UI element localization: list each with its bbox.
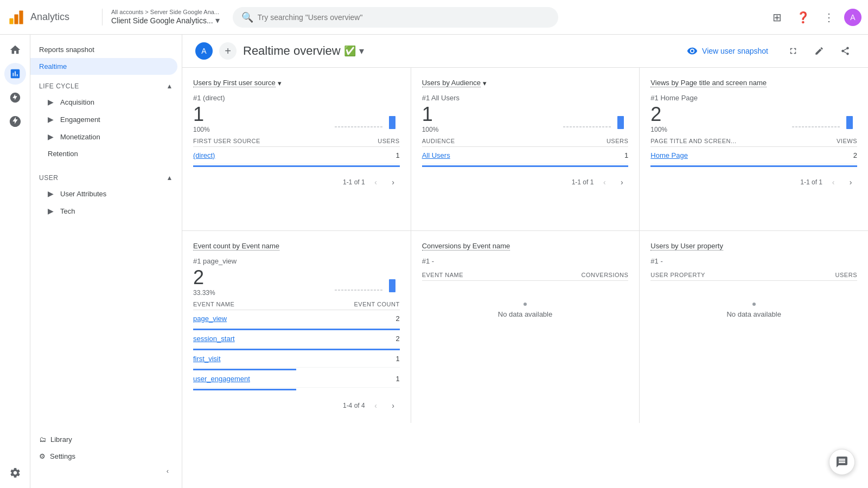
sidebar-item-user-attributes[interactable]: ▶ User Attributes bbox=[30, 185, 177, 202]
svg-rect-6 bbox=[617, 116, 624, 129]
sparkline-first-user-source bbox=[335, 112, 400, 133]
card-title-page-title-screen[interactable]: Views by Page title and screen name bbox=[650, 79, 857, 87]
sidebar-item-engagement[interactable]: ▶ Engagement bbox=[30, 111, 177, 128]
card-value-row-event-count: 2 33.33% bbox=[193, 266, 400, 297]
card-title-text: Conversions by Event name bbox=[422, 242, 510, 251]
card-title-user-property[interactable]: Users by User property bbox=[650, 242, 857, 251]
table-row: first_visit 1 bbox=[193, 350, 400, 370]
view-user-snapshot-button[interactable]: View user snapshot bbox=[678, 41, 777, 61]
col-header-2-page-title-screen: VIEWS bbox=[837, 138, 857, 144]
row-label[interactable]: All Users bbox=[422, 151, 450, 159]
pagination-event-count: 1-4 of 4 ‹ › bbox=[193, 399, 400, 412]
sparkline-event-count bbox=[335, 275, 400, 297]
row-label[interactable]: session_start bbox=[193, 335, 235, 343]
card-title-first-user-source[interactable]: Users by First user source▾ bbox=[193, 79, 400, 87]
grid-apps-button[interactable]: ⊞ bbox=[766, 7, 788, 28]
sidebar-item-retention[interactable]: Retention bbox=[30, 145, 177, 162]
card-pct-audience: 100% bbox=[422, 126, 439, 133]
sidebar-collapse-button[interactable]: ‹ bbox=[39, 465, 173, 477]
top-nav: Analytics All accounts > Server Side Goo… bbox=[0, 0, 868, 35]
row-value: 2 bbox=[853, 151, 857, 159]
sidebar-home-icon[interactable] bbox=[4, 39, 26, 61]
page-prev-button[interactable]: ‹ bbox=[827, 176, 840, 189]
table-row: session_start 2 bbox=[193, 330, 400, 350]
page-next-button[interactable]: › bbox=[387, 176, 400, 189]
row-bar bbox=[422, 165, 629, 167]
gear-icon: ⚙ bbox=[39, 452, 46, 460]
page-prev-button[interactable]: ‹ bbox=[369, 176, 382, 189]
page-prev-button[interactable]: ‹ bbox=[598, 176, 611, 189]
fullscreen-icon bbox=[788, 46, 798, 56]
logo-icon bbox=[7, 8, 26, 27]
search-input[interactable] bbox=[258, 13, 550, 22]
row-label[interactable]: Home Page bbox=[650, 151, 688, 159]
table-row-content: session_start 2 bbox=[193, 330, 400, 348]
page-next-button[interactable]: › bbox=[387, 399, 400, 412]
library-icon: 🗂 bbox=[39, 435, 46, 444]
add-comparison-button[interactable]: + bbox=[219, 42, 237, 60]
sidebar-item-acquisition[interactable]: ▶ Acquisition bbox=[30, 93, 177, 111]
sidebar-reports-icon[interactable] bbox=[4, 63, 26, 85]
user-section-header[interactable]: User ▲ bbox=[30, 171, 182, 185]
page-next-button[interactable]: › bbox=[615, 176, 628, 189]
row-label[interactable]: first_visit bbox=[193, 355, 221, 363]
page-title: Realtime overview bbox=[243, 44, 341, 58]
row-label[interactable]: (direct) bbox=[193, 151, 215, 159]
col-header-2-first-user-source: USERS bbox=[378, 138, 399, 144]
account-name[interactable]: Client Side Google Analytics... ▾ bbox=[111, 15, 220, 25]
app-layout: Reports snapshot Realtime Life cycle ▲ ▶… bbox=[0, 0, 868, 488]
help-button[interactable]: ❓ bbox=[792, 7, 814, 28]
sidebar-configure-icon[interactable] bbox=[4, 111, 26, 132]
user-avatar[interactable]: A bbox=[844, 9, 861, 26]
account-selector[interactable]: All accounts > Server Side Google Ana...… bbox=[102, 9, 220, 25]
sidebar-settings-icon[interactable] bbox=[4, 462, 26, 484]
table-header-user-property: USER PROPERTYUSERS bbox=[650, 269, 857, 281]
title-dropdown-icon[interactable]: ▾ bbox=[359, 45, 364, 57]
share-button[interactable] bbox=[835, 41, 855, 61]
card-title-text: Users by User property bbox=[650, 242, 723, 251]
edit-button[interactable] bbox=[809, 41, 829, 61]
realtime-label: Realtime bbox=[39, 62, 67, 70]
row-label[interactable]: user_engagement bbox=[193, 375, 250, 383]
svg-rect-10 bbox=[389, 279, 395, 292]
card-value-page-title-screen: 2 bbox=[650, 103, 667, 126]
sidebar-item-settings[interactable]: ⚙ Settings bbox=[39, 448, 173, 465]
sparkline-audience bbox=[563, 112, 628, 133]
row-label[interactable]: page_view bbox=[193, 314, 227, 323]
fullscreen-button[interactable] bbox=[783, 41, 803, 61]
row-value: 1 bbox=[395, 375, 399, 383]
status-check-icon: ✅ bbox=[344, 45, 356, 57]
sidebar-item-monetization[interactable]: ▶ Monetization bbox=[30, 128, 177, 145]
table-header-event-count: EVENT NAMEEVENT COUNT bbox=[193, 299, 400, 310]
table-row-content: user_engagement 1 bbox=[193, 370, 400, 388]
card-value-row-page-title-screen: 2 100% bbox=[650, 103, 857, 133]
card-title-event-count[interactable]: Event count by Event name bbox=[193, 242, 400, 251]
card-rank-conversions: #1 - bbox=[422, 257, 629, 265]
lifecycle-section-header[interactable]: Life cycle ▲ bbox=[30, 79, 182, 93]
chat-fab-button[interactable] bbox=[829, 449, 855, 475]
sidebar-explore-icon[interactable] bbox=[4, 87, 26, 108]
card-title-conversions[interactable]: Conversions by Event name bbox=[422, 242, 629, 251]
card-rank-page-title-screen: #1 Home Page bbox=[650, 94, 857, 102]
sidebar-item-reports-snapshot[interactable]: Reports snapshot bbox=[30, 41, 177, 58]
pagination-label: 1-1 of 1 bbox=[800, 178, 822, 186]
title-dropdown-icon: ▾ bbox=[278, 79, 282, 87]
library-label: Library bbox=[50, 435, 72, 444]
row-bar bbox=[650, 165, 857, 167]
sidebar-item-tech[interactable]: ▶ Tech bbox=[30, 202, 177, 220]
sidebar-item-realtime[interactable]: Realtime bbox=[30, 58, 177, 75]
card-value-audience: 1 bbox=[422, 103, 439, 126]
cards-grid: Users by First user source▾#1 (direct) 1… bbox=[182, 68, 868, 423]
page-next-button[interactable]: › bbox=[844, 176, 857, 189]
sidebar-item-library[interactable]: 🗂 Library bbox=[39, 431, 173, 448]
settings-label: Settings bbox=[50, 452, 75, 460]
table-row: page_view 2 bbox=[193, 310, 400, 330]
page-prev-button[interactable]: ‹ bbox=[369, 399, 382, 412]
more-options-button[interactable]: ⋮ bbox=[818, 7, 840, 28]
search-bar[interactable]: 🔍 bbox=[233, 7, 558, 28]
row-value: 1 bbox=[395, 151, 399, 159]
card-title-audience[interactable]: Users by Audience▾ bbox=[422, 79, 629, 87]
card-title-text: Users by First user source bbox=[193, 79, 276, 87]
account-path: All accounts > Server Side Google Ana... bbox=[111, 9, 220, 15]
row-value: 2 bbox=[395, 335, 399, 343]
